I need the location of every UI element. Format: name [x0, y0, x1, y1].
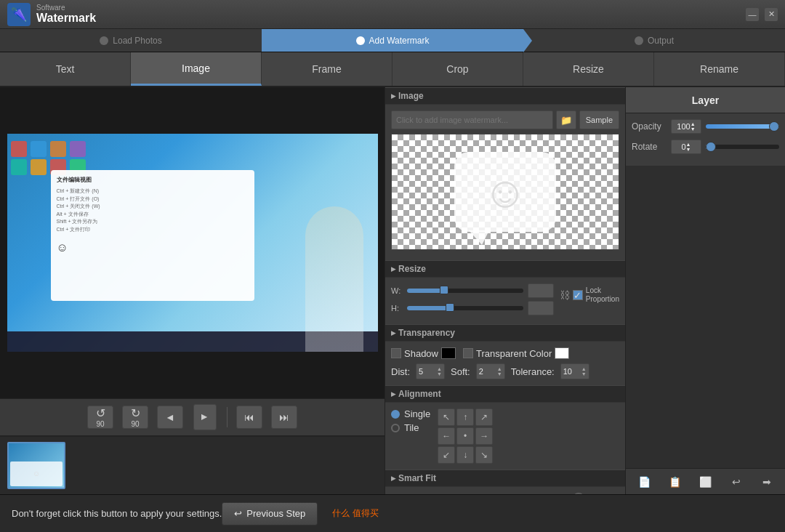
layer-content-area: [626, 166, 785, 468]
alignment-section-header: ▸ Alignment: [385, 385, 625, 403]
layer-panel-title: Layer: [692, 94, 719, 106]
tolerance-down[interactable]: ▼: [581, 371, 587, 376]
tab-resize[interactable]: Resize: [523, 52, 654, 86]
layer-tool-new[interactable]: 📄: [634, 472, 654, 492]
step-label-load: Load Photos: [113, 36, 161, 46]
brand-name: 值得买: [353, 507, 379, 520]
resize-w-row: W:: [391, 283, 554, 298]
app-icon: 🌂: [11, 7, 27, 23]
image-section-icon: ▸: [391, 91, 395, 101]
align-top-center[interactable]: ↑: [456, 408, 474, 426]
preview-img-content: 文件编辑视图 Ctrl + 新建文件 (N) Ctrl + 打开文件 (O) C…: [7, 134, 378, 352]
resize-h-slider[interactable]: [407, 306, 523, 310]
layer-tool-undo[interactable]: ↩: [726, 472, 746, 492]
step-load[interactable]: Load Photos: [0, 29, 262, 52]
dist-spinbox[interactable]: 5 ▲ ▼: [416, 363, 445, 379]
step-add[interactable]: Add Watermark: [262, 29, 523, 52]
tab-image[interactable]: Image: [131, 52, 262, 86]
dist-up[interactable]: ▲: [437, 366, 442, 371]
opacity-slider[interactable]: [706, 124, 779, 129]
browse-button[interactable]: 📁: [556, 110, 576, 129]
toolbar-separator-1: [227, 407, 228, 427]
close-button[interactable]: ✕: [765, 8, 778, 21]
shadow-color-swatch[interactable]: [441, 347, 456, 359]
resize-w-thumb: [440, 286, 448, 294]
tolerance-arrows: ▲ ▼: [581, 366, 587, 376]
step-output[interactable]: Output: [523, 29, 785, 52]
soft-spinbox[interactable]: 2 ▲ ▼: [476, 363, 505, 379]
help-button[interactable]: ?: [572, 493, 585, 494]
single-radio-row: Single: [391, 408, 430, 419]
step-dot-add: [356, 36, 365, 45]
shadow-label: Shadow: [404, 348, 438, 359]
soft-down[interactable]: ▼: [497, 371, 502, 376]
preview-dialog: 文件编辑视图 Ctrl + 新建文件 (N) Ctrl + 打开文件 (O) C…: [51, 170, 254, 301]
single-radio[interactable]: [391, 410, 400, 419]
transparent-color-swatch[interactable]: [555, 347, 569, 359]
rotate-up[interactable]: ▲: [686, 142, 691, 147]
prev-image-button[interactable]: ⏮: [236, 406, 262, 429]
minimize-button[interactable]: —: [746, 8, 759, 21]
shadow-checkbox[interactable]: [391, 348, 401, 358]
align-top-left[interactable]: ↖: [438, 408, 455, 426]
step-dot-load: [100, 36, 108, 45]
opacity-up[interactable]: ▲: [691, 121, 696, 126]
tolerance-spinbox[interactable]: 10 ▲ ▼: [560, 363, 589, 379]
previous-step-button[interactable]: ↩ Previous Step: [222, 502, 318, 525]
opacity-down[interactable]: ▼: [691, 126, 696, 132]
sample-button[interactable]: Sample: [579, 110, 619, 129]
rotate-ccw-button[interactable]: ↺ 90: [87, 406, 113, 429]
opacity-spinbox[interactable]: 100 ▲ ▼: [671, 119, 701, 134]
align-bottom-left[interactable]: ↙: [438, 446, 455, 464]
align-center[interactable]: •: [456, 427, 474, 445]
opacity-slider-fill: [706, 124, 779, 129]
layer-tool-redo[interactable]: ➡: [757, 472, 777, 492]
flip-v-button[interactable]: ▲: [193, 404, 217, 430]
resize-w-slider[interactable]: [407, 289, 523, 293]
tab-text[interactable]: Text: [0, 52, 131, 86]
image-section-title: Image: [398, 91, 424, 101]
app-title-area: Software Watermark: [36, 4, 96, 25]
soft-up[interactable]: ▲: [497, 366, 502, 371]
next-image-button[interactable]: ⏭: [271, 406, 297, 429]
left-panel: 文件编辑视图 Ctrl + 新建文件 (N) Ctrl + 打开文件 (O) C…: [0, 87, 385, 494]
tab-crop[interactable]: Crop: [392, 52, 523, 86]
layer-tool-copy[interactable]: 📋: [664, 472, 685, 492]
rotate-down[interactable]: ▼: [686, 147, 691, 152]
preview-area: 文件编辑视图 Ctrl + 新建文件 (N) Ctrl + 打开文件 (O) C…: [0, 87, 385, 398]
align-middle-right[interactable]: →: [475, 427, 493, 445]
layer-tool-delete[interactable]: ⬜: [695, 472, 715, 492]
tolerance-label: Tolerance:: [511, 366, 555, 377]
tolerance-up[interactable]: ▲: [581, 366, 587, 371]
app-logo: 🌂: [7, 3, 31, 26]
image-path-input[interactable]: [391, 110, 553, 129]
flip-h-button[interactable]: ◄: [157, 406, 183, 429]
thumbnail-content: ☺: [9, 443, 64, 488]
resize-section-title: Resize: [398, 264, 426, 274]
rotate-spinbox[interactable]: 0 ▲ ▼: [671, 140, 701, 154]
alignment-radio-group: Single Tile: [391, 408, 430, 464]
image-toolbar: ↺ 90 ↻ 90 ◄ ▲ ⏮ ⏭: [0, 398, 385, 436]
dist-down[interactable]: ▼: [437, 371, 442, 376]
smart-fit-section-content: ✓ Auto resize watermark to fit all image…: [385, 487, 625, 494]
thumbnail-item[interactable]: ☺: [7, 442, 65, 489]
tile-radio[interactable]: [391, 424, 400, 432]
tab-frame[interactable]: Frame: [262, 52, 392, 86]
rotate-slider[interactable]: [706, 145, 779, 149]
resize-h-input[interactable]: [528, 301, 554, 315]
rotate-cw-button[interactable]: ↻ 90: [122, 406, 148, 429]
bottom-hint: Don't forget click this button to apply …: [12, 508, 222, 519]
lock-proportion-checkbox[interactable]: ✓: [573, 290, 583, 300]
transparent-color-checkbox[interactable]: [463, 348, 473, 358]
align-bottom-center[interactable]: ↓: [456, 446, 474, 464]
layer-panel-header: Layer: [626, 87, 785, 113]
smart-fit-section-title: Smart Fit: [398, 473, 436, 483]
align-middle-left[interactable]: ←: [438, 427, 455, 445]
dist-arrows: ▲ ▼: [437, 366, 442, 376]
smart-fit-section-header: ▸ Smart Fit: [385, 469, 625, 487]
alignment-content: Single Tile ↖ ↑ ↗ ← •: [391, 408, 619, 464]
tab-rename[interactable]: Rename: [654, 52, 785, 86]
resize-w-input[interactable]: [528, 283, 554, 298]
align-top-right[interactable]: ↗: [475, 408, 493, 426]
align-bottom-right[interactable]: ↘: [475, 446, 493, 464]
